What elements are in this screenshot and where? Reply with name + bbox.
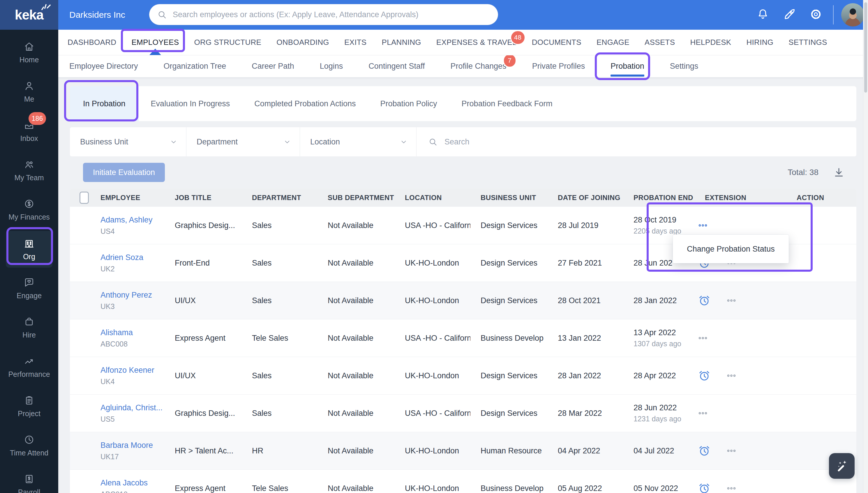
business-unit-select[interactable]: Business Unit (70, 127, 186, 156)
menu-item-change-probation-status[interactable]: Change Probation Status (687, 244, 775, 254)
row-actions-menu-icon[interactable] (726, 370, 737, 381)
sidebar-item-inbox[interactable]: 186 Inbox (0, 111, 58, 151)
nav-exits[interactable]: EXITS (344, 38, 367, 47)
keka-logo[interactable]: keka (0, 0, 58, 30)
building-icon (24, 238, 35, 249)
global-search[interactable] (149, 4, 498, 25)
row-actions-menu-icon[interactable] (726, 295, 737, 306)
notifications-bell-icon[interactable] (756, 7, 769, 21)
sidebar: Home Me 186 Inbox My Team My Finances Or… (0, 30, 58, 493)
scrollbar-thumb[interactable] (864, 2, 867, 92)
nav-hiring[interactable]: HIRING (746, 38, 774, 47)
table-search-input[interactable] (444, 137, 856, 147)
days-ago: 2205 days ago (634, 227, 695, 235)
chevron-down-icon (400, 138, 407, 146)
row-actions-menu-icon[interactable] (726, 446, 737, 456)
subnav-logins[interactable]: Logins (320, 62, 343, 71)
tab-evaluation-in-progress[interactable]: Evaluation In Progress (139, 86, 242, 121)
employee-link[interactable]: Alena Jacobs (101, 478, 165, 488)
employee-link[interactable]: Adams, Ashley (101, 215, 165, 224)
extension-alarm-icon[interactable] (698, 294, 711, 307)
days-ago: 1231 days ago (634, 415, 695, 423)
clipboard-icon (24, 395, 35, 406)
subnav-organization-tree[interactable]: Organization Tree (164, 62, 226, 71)
sidebar-item-my-finances[interactable]: My Finances (0, 190, 58, 230)
subnav-probation[interactable]: Probation (611, 62, 644, 71)
sidebar-item-project[interactable]: Project (0, 387, 58, 426)
col-employee: EMPLOYEE (90, 194, 165, 202)
nav-onboarding[interactable]: ONBOARDING (276, 38, 329, 47)
home-icon (24, 41, 35, 52)
initiate-evaluation-button[interactable]: Initiate Evaluation (83, 163, 165, 182)
nav-helpdesk[interactable]: HELPDESK (690, 38, 731, 47)
employee-link[interactable]: Barbara Moore (101, 441, 165, 450)
dollar-circle-icon (24, 198, 35, 209)
whats-new-rocket-icon[interactable] (782, 7, 796, 22)
tab-completed-probation-actions[interactable]: Completed Probation Actions (242, 86, 368, 121)
nav-settings[interactable]: SETTINGS (788, 38, 827, 47)
sidebar-item-home[interactable]: Home (0, 33, 58, 72)
nav-assets[interactable]: ASSETS (644, 38, 675, 47)
table-row: AlishamaABC008 Express Agent Tele Sales … (70, 319, 856, 357)
subnav-settings[interactable]: Settings (670, 62, 698, 71)
sidebar-item-time-attend[interactable]: Time Attend (0, 426, 58, 465)
subnav-career-path[interactable]: Career Path (252, 62, 294, 71)
employee-id: UK2 (101, 265, 165, 273)
employee-link[interactable]: Agluinda, Christ... (101, 403, 165, 412)
chevron-down-icon (170, 138, 177, 146)
employee-link[interactable]: Alishama (101, 328, 165, 337)
nav-expenses-travel[interactable]: EXPENSES & TRAVEL 48 (436, 38, 517, 47)
tab-probation-policy[interactable]: Probation Policy (368, 86, 449, 121)
subnav-profile-changes[interactable]: Profile Changes 7 (451, 62, 507, 71)
employee-link[interactable]: Anthony Perez (101, 291, 165, 300)
sidebar-item-my-team[interactable]: My Team (0, 151, 58, 190)
select-all-checkbox[interactable] (80, 192, 89, 204)
filters-bar: Business Unit Department Location (70, 127, 856, 156)
nav-dashboard[interactable]: DASHBOARD (68, 38, 116, 47)
profile-changes-badge: 7 (503, 53, 516, 68)
page-scrollbar[interactable] (863, 0, 868, 493)
table-search[interactable] (417, 127, 856, 156)
nav-engage[interactable]: ENGAGE (596, 38, 630, 47)
extension-alarm-icon[interactable] (698, 369, 711, 382)
probation-tabs: In Probation Evaluation In Progress Comp… (70, 86, 856, 121)
tab-probation-feedback-form[interactable]: Probation Feedback Form (449, 86, 565, 121)
table-row: Barbara MooreUK17 HR > Talent Ac... HR N… (70, 432, 856, 470)
col-probation-end-date: PROBATION END DATE (623, 194, 695, 202)
nav-employees[interactable]: EMPLOYEES (131, 38, 179, 47)
search-icon (428, 137, 438, 147)
department-select[interactable]: Department (186, 127, 300, 156)
subnav-private-profiles[interactable]: Private Profiles (532, 62, 585, 71)
sidebar-item-engage[interactable]: Engage (0, 269, 58, 308)
row-actions-menu-icon[interactable] (726, 483, 737, 493)
assistant-wand-button[interactable] (829, 453, 854, 479)
row-actions-menu-icon[interactable] (698, 220, 708, 231)
global-search-input[interactable] (172, 10, 495, 20)
main-nav: DASHBOARD EMPLOYEES ORG STRUCTURE ONBOAR… (58, 30, 868, 55)
employees-sub-nav: Employee Directory Organization Tree Car… (58, 55, 868, 78)
extension-alarm-icon[interactable] (698, 481, 711, 493)
row-actions-menu-icon[interactable] (698, 333, 708, 343)
user-avatar[interactable] (841, 3, 865, 26)
col-extension: EXTENSION (695, 194, 786, 202)
col-date-of-joining: DATE OF JOINING (548, 194, 623, 202)
sidebar-item-hire[interactable]: Hire (0, 308, 58, 347)
row-actions-menu-icon[interactable] (698, 408, 708, 419)
employee-link[interactable]: Alfonzo Keener (101, 366, 165, 375)
extension-alarm-icon[interactable] (698, 444, 711, 457)
download-icon[interactable] (833, 167, 845, 178)
subnav-employee-directory[interactable]: Employee Directory (69, 62, 138, 71)
sidebar-item-org[interactable]: Org (6, 231, 52, 267)
employee-link[interactable]: Adrien Soza (101, 253, 165, 262)
nav-org-structure[interactable]: ORG STRUCTURE (194, 38, 261, 47)
sidebar-item-payroll[interactable]: Payroll (0, 465, 58, 493)
sidebar-item-me[interactable]: Me (0, 72, 58, 111)
location-select[interactable]: Location (300, 127, 417, 156)
col-sub-department: SUB DEPARTMENT (317, 194, 395, 202)
nav-planning[interactable]: PLANNING (382, 38, 421, 47)
tab-in-probation[interactable]: In Probation (70, 86, 139, 121)
subnav-contingent-staff[interactable]: Contingent Staff (368, 62, 425, 71)
nav-documents[interactable]: DOCUMENTS (532, 38, 581, 47)
sidebar-item-performance[interactable]: Performance (0, 347, 58, 387)
settings-gear-icon[interactable] (809, 7, 823, 21)
